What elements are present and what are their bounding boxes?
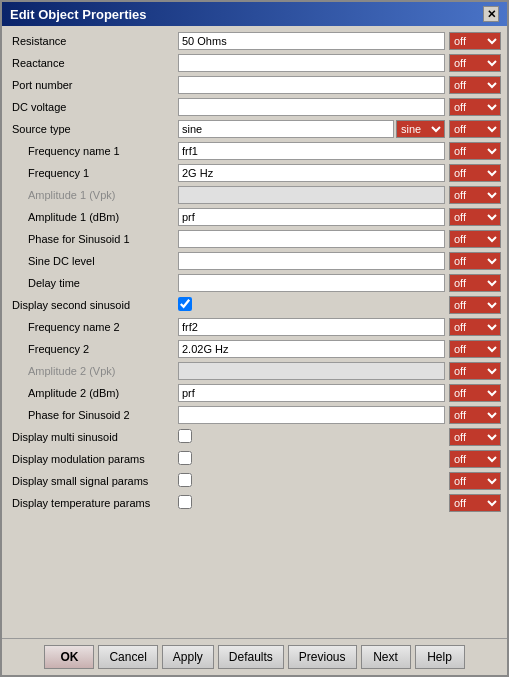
close-button[interactable]: ✕ [483, 6, 499, 22]
off-select-freq_name_2[interactable]: offon [449, 318, 501, 336]
row-amplitude_2_dbm: Amplitude 2 (dBm)offon [2, 382, 507, 404]
checkbox-display_multi_sinusoid[interactable] [178, 429, 192, 443]
off-select-display_temperature_params[interactable]: offon [449, 494, 501, 512]
off-select-sine_dc_level[interactable]: offon [449, 252, 501, 270]
input-amplitude_2_vpk[interactable] [178, 362, 445, 380]
label-frequency_2: Frequency 2 [8, 343, 178, 355]
input-port_number[interactable] [178, 76, 445, 94]
off-select-phase_sinusoid_1[interactable]: offon [449, 230, 501, 248]
input-wrap-amplitude_1_dbm [178, 208, 445, 226]
row-amplitude_1_vpk: Amplitude 1 (Vpk)offon [2, 184, 507, 206]
input-wrap-display_temperature_params [178, 495, 445, 512]
input-wrap-frequency_2 [178, 340, 445, 358]
label-reactance: Reactance [8, 57, 178, 69]
input-dc_voltage[interactable] [178, 98, 445, 116]
input-resistance[interactable] [178, 32, 445, 50]
row-freq_name_2: Frequency name 2offon [2, 316, 507, 338]
off-select-display_multi_sinusoid[interactable]: offon [449, 428, 501, 446]
row-display_temperature_params: Display temperature paramsoffon [2, 492, 507, 514]
help-button[interactable]: Help [415, 645, 465, 669]
input-wrap-sine_dc_level [178, 252, 445, 270]
row-display_multi_sinusoid: Display multi sinusoidoffon [2, 426, 507, 448]
checkbox-display_modulation_params[interactable] [178, 451, 192, 465]
input-wrap-source_type: sinepulseDCnoise [178, 120, 445, 138]
off-select-freq_name_1[interactable]: offon [449, 142, 501, 160]
label-source_type: Source type [8, 123, 178, 135]
off-select-amplitude_2_dbm[interactable]: offon [449, 384, 501, 402]
label-display_multi_sinusoid: Display multi sinusoid [8, 431, 178, 443]
checkbox-display_small_signal_params[interactable] [178, 473, 192, 487]
off-select-display_modulation_params[interactable]: offon [449, 450, 501, 468]
off-select-source_type[interactable]: offon [449, 120, 501, 138]
titlebar: Edit Object Properties ✕ [2, 2, 507, 26]
input-wrap-amplitude_2_vpk [178, 362, 445, 380]
input-amplitude_1_dbm[interactable] [178, 208, 445, 226]
off-select-delay_time[interactable]: offon [449, 274, 501, 292]
input-sine_dc_level[interactable] [178, 252, 445, 270]
off-select-amplitude_2_vpk[interactable]: offon [449, 362, 501, 380]
label-display_modulation_params: Display modulation params [8, 453, 178, 465]
label-sine_dc_level: Sine DC level [8, 255, 178, 267]
previous-button[interactable]: Previous [288, 645, 357, 669]
off-select-amplitude_1_dbm[interactable]: offon [449, 208, 501, 226]
checkbox-display_temperature_params[interactable] [178, 495, 192, 509]
off-select-frequency_1[interactable]: offon [449, 164, 501, 182]
input-freq_name_2[interactable] [178, 318, 445, 336]
label-display_temperature_params: Display temperature params [8, 497, 178, 509]
apply-button[interactable]: Apply [162, 645, 214, 669]
button-bar: OK Cancel Apply Defaults Previous Next H… [2, 638, 507, 675]
off-select-port_number[interactable]: offon [449, 76, 501, 94]
input-wrap-display_small_signal_params [178, 473, 445, 490]
next-button[interactable]: Next [361, 645, 411, 669]
row-amplitude_1_dbm: Amplitude 1 (dBm)offon [2, 206, 507, 228]
row-port_number: Port numberoffon [2, 74, 507, 96]
input-wrap-display_modulation_params [178, 451, 445, 468]
label-amplitude_1_dbm: Amplitude 1 (dBm) [8, 211, 178, 223]
off-select-display_second_sinusoid[interactable]: offon [449, 296, 501, 314]
input-delay_time[interactable] [178, 274, 445, 292]
input-phase_sinusoid_1[interactable] [178, 230, 445, 248]
label-frequency_1: Frequency 1 [8, 167, 178, 179]
input-freq_name_1[interactable] [178, 142, 445, 160]
cancel-button[interactable]: Cancel [98, 645, 157, 669]
input-wrap-dc_voltage [178, 98, 445, 116]
source-type-wrapper: sinepulseDCnoise [178, 120, 445, 138]
row-freq_name_1: Frequency name 1offon [2, 140, 507, 162]
row-frequency_2: Frequency 2offon [2, 338, 507, 360]
off-select-dc_voltage[interactable]: offon [449, 98, 501, 116]
input-reactance[interactable] [178, 54, 445, 72]
label-phase_sinusoid_1: Phase for Sinusoid 1 [8, 233, 178, 245]
input-wrap-phase_sinusoid_2 [178, 406, 445, 424]
input-phase_sinusoid_2[interactable] [178, 406, 445, 424]
label-freq_name_1: Frequency name 1 [8, 145, 178, 157]
ok-button[interactable]: OK [44, 645, 94, 669]
label-amplitude_2_vpk: Amplitude 2 (Vpk) [8, 365, 178, 377]
off-select-reactance[interactable]: offon [449, 54, 501, 72]
defaults-button[interactable]: Defaults [218, 645, 284, 669]
label-display_second_sinusoid: Display second sinusoid [8, 299, 178, 311]
label-amplitude_1_vpk: Amplitude 1 (Vpk) [8, 189, 178, 201]
input-frequency_1[interactable] [178, 164, 445, 182]
input-wrap-phase_sinusoid_1 [178, 230, 445, 248]
label-freq_name_2: Frequency name 2 [8, 321, 178, 333]
row-sine_dc_level: Sine DC leveloffon [2, 250, 507, 272]
input-wrap-freq_name_1 [178, 142, 445, 160]
input-wrap-frequency_1 [178, 164, 445, 182]
off-select-resistance[interactable]: offon [449, 32, 501, 50]
off-select-phase_sinusoid_2[interactable]: offon [449, 406, 501, 424]
input-frequency_2[interactable] [178, 340, 445, 358]
input-amplitude_2_dbm[interactable] [178, 384, 445, 402]
row-amplitude_2_vpk: Amplitude 2 (Vpk)offon [2, 360, 507, 382]
properties-content: ResistanceoffonReactanceoffonPort number… [2, 26, 507, 638]
off-select-frequency_2[interactable]: offon [449, 340, 501, 358]
off-select-display_small_signal_params[interactable]: offon [449, 472, 501, 490]
source-type-input[interactable] [178, 120, 394, 138]
source-type-dropdown[interactable]: sinepulseDCnoise [396, 120, 445, 138]
row-dc_voltage: DC voltageoffon [2, 96, 507, 118]
row-display_small_signal_params: Display small signal paramsoffon [2, 470, 507, 492]
input-amplitude_1_vpk[interactable] [178, 186, 445, 204]
off-select-amplitude_1_vpk[interactable]: offon [449, 186, 501, 204]
checkbox-display_second_sinusoid[interactable] [178, 297, 192, 311]
input-wrap-display_second_sinusoid [178, 297, 445, 314]
row-resistance: Resistanceoffon [2, 30, 507, 52]
